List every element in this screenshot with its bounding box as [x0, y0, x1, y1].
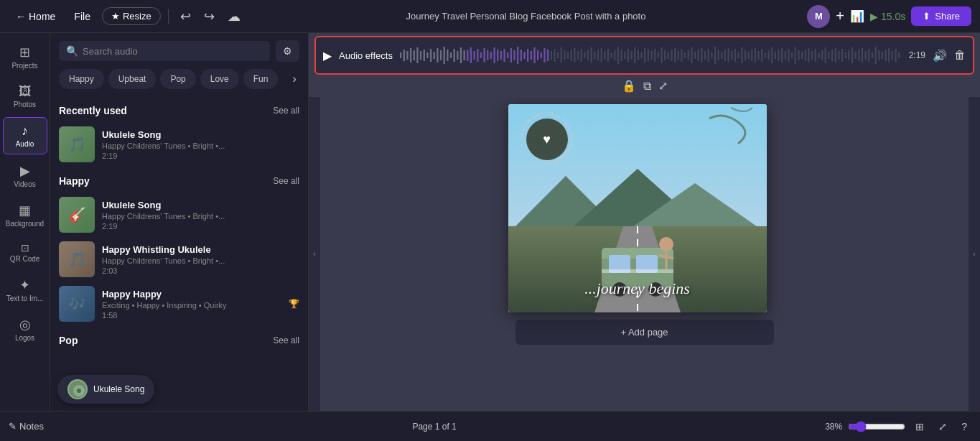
scroll-left-button[interactable]: ‹ — [309, 97, 320, 411]
svg-rect-10 — [434, 52, 435, 59]
svg-rect-25 — [483, 48, 485, 62]
design-canvas[interactable]: ♥ READ THE BLOG • READ THE BLOG • READ T… — [508, 104, 767, 312]
sidebar-item-label: Audio — [16, 140, 34, 148]
add-page-button[interactable]: + Add page — [515, 320, 774, 345]
tag-happy[interactable]: Happy — [59, 69, 104, 89]
grid-view-button[interactable]: ⊞ — [911, 419, 928, 435]
sidebar-item-label: QR Code — [10, 255, 40, 263]
filter-button[interactable]: ⚙ — [276, 40, 299, 62]
audio-meta: Happy Childrens' Tunes • Bright •... — [102, 212, 299, 220]
svg-rect-32 — [507, 52, 508, 58]
home-button[interactable]: ← Home — [9, 8, 62, 25]
search-input[interactable] — [83, 46, 263, 57]
tag-next[interactable]: › — [282, 69, 306, 89]
svg-rect-63 — [610, 52, 612, 58]
audio-duration: 2:19 — [102, 152, 299, 160]
svg-rect-50 — [567, 52, 569, 59]
redo-button[interactable]: ↪ — [200, 6, 219, 27]
audio-info: Ukulele Song Happy Childrens' Tunes • Br… — [102, 200, 299, 231]
circular-text-svg: READ THE BLOG • READ THE BLOG • READ THE… — [515, 108, 577, 170]
resize-button[interactable]: ★ Resize — [102, 7, 161, 25]
analytics-button[interactable]: 📊 — [850, 9, 864, 23]
pop-section-header: Pop See all — [59, 335, 299, 346]
zoom-slider[interactable] — [848, 421, 905, 432]
expand-button[interactable]: ⤢ — [658, 79, 668, 93]
svg-point-170 — [77, 389, 81, 393]
svg-rect-120 — [801, 52, 803, 59]
sidebar-item-logos[interactable]: ◎ Logos — [3, 311, 47, 348]
volume-button[interactable]: 🔊 — [933, 49, 947, 62]
svg-rect-88 — [694, 52, 696, 59]
pop-see-all[interactable]: See all — [273, 335, 299, 345]
happy-see-all[interactable]: See all — [273, 176, 299, 186]
svg-rect-109 — [765, 52, 766, 58]
svg-rect-23 — [477, 49, 478, 62]
notes-button[interactable]: ✎ Notes — [9, 421, 44, 432]
scroll-right-button[interactable]: › — [969, 97, 980, 411]
sidebar-item-projects[interactable]: ⊞ Projects — [3, 39, 47, 75]
avatar[interactable]: M — [807, 5, 830, 28]
svg-rect-124 — [815, 49, 816, 62]
canvas-area: ▶ Audio effects — [309, 33, 980, 411]
delete-track-button[interactable]: 🗑 — [954, 49, 966, 62]
happy-section-header: Happy See all — [59, 175, 299, 187]
tag-love[interactable]: Love — [200, 69, 239, 89]
tag-pop[interactable]: Pop — [160, 69, 195, 89]
now-playing-pill[interactable]: Ukulele Song — [57, 375, 154, 404]
svg-rect-19 — [463, 50, 465, 60]
fullscreen-button[interactable]: ⤢ — [934, 419, 951, 435]
list-item[interactable]: 🎵 Ukulele Song Happy Childrens' Tunes • … — [59, 122, 299, 167]
lock-button[interactable]: 🔒 — [622, 79, 636, 93]
sidebar-item-background[interactable]: ▦ Background — [3, 197, 47, 233]
list-item[interactable]: 🎵 Happy Whistling Ukulele Happy Children… — [59, 237, 299, 282]
file-button[interactable]: File — [67, 8, 98, 25]
play-time-button[interactable]: ▶ 15.0s — [870, 11, 905, 22]
svg-rect-78 — [661, 47, 662, 63]
list-item[interactable]: 🎶 Happy Happy Exciting • Happy • Inspiri… — [59, 282, 299, 326]
topbar-center: Journey Travel Personal Blog Facebook Po… — [251, 11, 802, 22]
svg-rect-65 — [617, 47, 619, 64]
share-button[interactable]: ⬆ Share — [911, 6, 971, 26]
tag-fun[interactable]: Fun — [243, 69, 279, 89]
svg-rect-54 — [580, 49, 582, 62]
sidebar-item-qrcode[interactable]: ⊡ QR Code — [3, 236, 47, 269]
cloud-button[interactable]: ☁ — [223, 6, 245, 27]
list-item[interactable]: 🎸 Ukulele Song Happy Childrens' Tunes • … — [59, 192, 299, 237]
add-button[interactable]: + — [836, 8, 844, 24]
svg-rect-121 — [805, 50, 806, 61]
svg-rect-45 — [551, 51, 552, 60]
sidebar-item-audio[interactable]: ♪ Audio — [3, 117, 47, 154]
svg-rect-123 — [811, 51, 813, 60]
svg-rect-118 — [795, 47, 796, 64]
svg-rect-111 — [771, 47, 773, 63]
svg-rect-14 — [447, 50, 448, 61]
sidebar-item-videos[interactable]: ▶ Videos — [3, 157, 47, 194]
svg-rect-100 — [734, 49, 736, 62]
svg-rect-89 — [697, 50, 699, 61]
svg-rect-110 — [767, 50, 769, 60]
svg-rect-92 — [707, 49, 709, 62]
sidebar-item-photos[interactable]: 🖼 Photos — [3, 78, 47, 114]
help-button[interactable]: ? — [957, 419, 971, 435]
tag-upbeat[interactable]: Upbeat — [108, 69, 157, 89]
svg-rect-26 — [487, 50, 488, 60]
copy-button[interactable]: ⧉ — [643, 79, 651, 93]
track-play-button[interactable]: ▶ — [323, 49, 332, 62]
audio-meta: Happy Childrens' Tunes • Bright •... — [102, 256, 299, 265]
svg-rect-149 — [898, 52, 900, 58]
star-icon: ★ — [111, 11, 120, 22]
recently-used-see-all[interactable]: See all — [273, 106, 299, 116]
undo-button[interactable]: ↩ — [176, 6, 195, 27]
svg-rect-2 — [406, 51, 408, 60]
svg-text:READ THE BLOG • READ THE BLOG : READ THE BLOG • READ THE BLOG • READ THE… — [518, 111, 573, 166]
topbar-right: M + 📊 ▶ 15.0s ⬆ Share — [807, 5, 971, 28]
svg-rect-114 — [781, 48, 783, 62]
svg-rect-147 — [892, 51, 893, 60]
sidebar-item-texttoim[interactable]: ✦ Text to Im... — [3, 271, 47, 308]
audio-duration: 2:03 — [102, 266, 299, 275]
svg-rect-79 — [664, 50, 666, 60]
svg-rect-68 — [627, 49, 629, 62]
projects-icon: ⊞ — [19, 45, 30, 60]
svg-rect-5 — [416, 47, 418, 63]
audio-thumbnail: 🎵 — [59, 241, 95, 277]
